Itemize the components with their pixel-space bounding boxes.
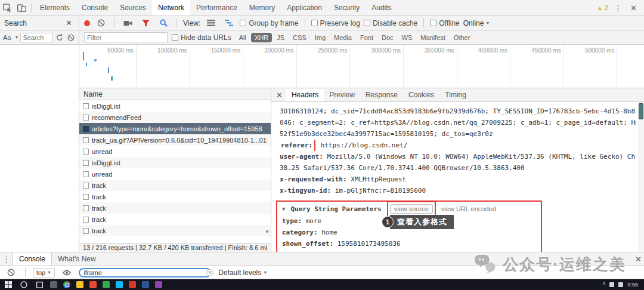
filter-pill-all[interactable]: All <box>236 33 250 42</box>
console-filter-input[interactable] <box>79 268 211 277</box>
taskbar-app-icon[interactable] <box>129 281 136 288</box>
preserve-log-checkbox[interactable]: Preserve log <box>311 19 360 27</box>
tray-icon[interactable] <box>609 282 614 287</box>
task-view-icon[interactable] <box>35 282 44 288</box>
request-checkbox[interactable] <box>83 103 89 109</box>
request-row[interactable]: unread <box>79 168 271 180</box>
clear-search-icon[interactable] <box>66 32 76 44</box>
request-row[interactable]: unread <box>79 146 271 157</box>
disclosure-triangle-icon[interactable]: ▼ <box>282 203 285 215</box>
request-row[interactable]: track <box>79 225 271 236</box>
network-overview-timeline[interactable]: 50000 ms100000 ms150000 ms200000 ms25000… <box>79 45 644 88</box>
filter-funnel-icon[interactable] <box>138 17 153 29</box>
search-close-icon[interactable]: ✕ <box>63 18 75 27</box>
filter-pill-other[interactable]: Other <box>450 33 474 42</box>
request-checkbox[interactable] <box>83 183 89 189</box>
cortana-search-icon[interactable] <box>19 281 29 288</box>
request-row[interactable]: track_ua.gif?APIVersion=0.6.0&cid=10_194… <box>79 134 271 146</box>
devtools-tab-security[interactable]: Security <box>328 0 366 16</box>
request-row[interactable]: recommendFeed <box>79 112 271 123</box>
refresh-icon[interactable] <box>55 32 64 44</box>
request-checkbox[interactable] <box>83 160 89 166</box>
drawer-close-icon[interactable]: ✕ <box>633 255 644 264</box>
devtools-tab-console[interactable]: Console <box>76 0 114 16</box>
request-checkbox[interactable] <box>83 126 89 132</box>
request-checkbox[interactable] <box>83 137 89 143</box>
devtools-tab-memory[interactable]: Memory <box>243 0 281 16</box>
devtools-tab-sources[interactable]: Sources <box>114 0 152 16</box>
details-tab-cookies[interactable]: Cookies <box>403 89 439 101</box>
match-case-toggle[interactable]: Aa <box>3 34 11 41</box>
group-by-frame-checkbox[interactable]: Group by frame <box>240 19 298 27</box>
devtools-tab-elements[interactable]: Elements <box>34 0 76 16</box>
device-toolbar-icon[interactable] <box>14 2 29 14</box>
drawer-tab-console[interactable]: Console <box>13 252 52 266</box>
eye-icon[interactable] <box>60 267 74 279</box>
request-checkbox[interactable] <box>83 171 89 177</box>
log-levels-select[interactable]: Default levels ▼ <box>218 269 267 277</box>
view-source-button[interactable]: view source <box>390 204 433 214</box>
devtools-tab-performance[interactable]: Performance <box>190 0 243 16</box>
drawer-menu-icon[interactable]: ⋮ <box>0 255 13 264</box>
taskbar-app-icon[interactable] <box>103 281 110 288</box>
request-row[interactable]: isDiggList <box>79 157 271 168</box>
filter-pill-media[interactable]: Media <box>330 33 355 42</box>
request-checkbox[interactable] <box>83 194 89 200</box>
scrollbar-thumb[interactable] <box>639 103 643 119</box>
taskbar-clock[interactable]: 0:55 <box>627 282 638 288</box>
list-view-icon[interactable] <box>204 17 218 29</box>
request-row[interactable]: track <box>79 214 271 225</box>
filter-pill-doc[interactable]: Doc <box>378 33 397 42</box>
filter-pill-xhr[interactable]: XHR <box>251 33 272 42</box>
clear-filter-icon[interactable]: ✕ <box>206 269 213 276</box>
request-checkbox[interactable] <box>83 149 89 155</box>
taskbar-app-icon[interactable] <box>155 281 162 288</box>
name-column-header[interactable]: Name <box>79 88 271 100</box>
request-checkbox[interactable] <box>83 205 89 211</box>
search-icon[interactable] <box>156 17 171 29</box>
execution-context-select[interactable]: top ▼ <box>33 268 55 277</box>
filter-pill-css[interactable]: CSS <box>289 33 310 42</box>
request-row[interactable]: track <box>79 202 271 214</box>
request-checkbox[interactable] <box>83 115 89 121</box>
file-explorer-icon[interactable] <box>76 281 83 288</box>
details-scrollbar[interactable] <box>638 102 644 252</box>
offline-checkbox[interactable]: Offline <box>430 19 459 27</box>
request-row[interactable]: articles?type=more&category=home&shown_o… <box>79 123 271 134</box>
request-checkbox[interactable] <box>83 228 89 234</box>
warnings-badge[interactable]: ▲ 2 <box>597 4 608 11</box>
filter-input[interactable] <box>84 32 168 42</box>
drawer-tab-what-s-new[interactable]: What's New <box>52 252 102 266</box>
request-checkbox[interactable] <box>83 217 89 223</box>
taskbar-app-icon[interactable] <box>142 281 149 288</box>
filter-pill-ws[interactable]: WS <box>398 33 416 42</box>
throttling-select[interactable]: Online ▼ <box>463 19 490 27</box>
filter-pill-js[interactable]: JS <box>273 33 288 42</box>
waterfall-view-icon[interactable] <box>222 17 236 29</box>
tray-expand-icon[interactable]: ^ <box>603 282 606 288</box>
details-tab-response[interactable]: Response <box>360 89 403 101</box>
scroll-down-icon[interactable]: ▼ <box>265 229 270 235</box>
start-button[interactable] <box>4 281 13 288</box>
devtools-menu-icon[interactable]: ⋮ <box>612 4 624 13</box>
details-tab-preview[interactable]: Preview <box>324 89 360 101</box>
request-row[interactable]: track <box>79 180 271 191</box>
inspect-element-icon[interactable] <box>0 2 14 14</box>
devtools-tab-audits[interactable]: Audits <box>366 0 397 16</box>
disable-cache-checkbox[interactable]: Disable cache <box>364 19 417 27</box>
taskbar-app-icon[interactable] <box>50 281 57 288</box>
filter-pill-manifest[interactable]: Manifest <box>417 33 449 42</box>
request-row[interactable]: isDiggList <box>79 100 271 112</box>
view-url-encoded-link[interactable]: view URL encoded <box>441 203 496 215</box>
request-row[interactable]: track <box>79 191 271 202</box>
hide-data-urls-checkbox[interactable]: Hide data URLs <box>172 33 231 42</box>
clear-requests-icon[interactable] <box>94 17 108 29</box>
filter-pill-img[interactable]: Img <box>311 33 329 42</box>
record-button[interactable] <box>84 20 90 26</box>
devtools-tab-network[interactable]: Network <box>152 0 190 16</box>
close-details-icon[interactable]: ✕ <box>274 91 285 100</box>
clear-console-icon[interactable] <box>4 267 18 279</box>
taskbar-app-icon[interactable] <box>116 281 123 288</box>
chrome-icon[interactable] <box>63 281 70 288</box>
details-tab-headers[interactable]: Headers <box>286 89 324 101</box>
